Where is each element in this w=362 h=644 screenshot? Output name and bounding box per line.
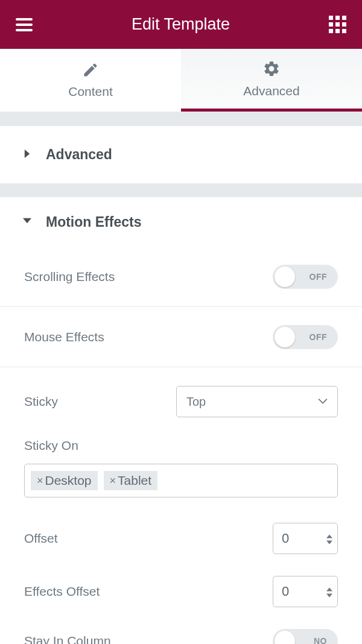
gear-icon	[262, 60, 281, 78]
mouse-effects-label: Mouse Effects	[24, 330, 104, 344]
scrolling-effects-label: Scrolling Effects	[24, 270, 115, 284]
section-advanced[interactable]: Advanced	[0, 126, 362, 183]
spacer	[0, 112, 362, 126]
spinner-down-icon[interactable]	[326, 539, 332, 545]
sticky-label: Sticky	[24, 394, 58, 409]
tab-content-label: Content	[68, 84, 113, 99]
apps-grid-icon[interactable]	[329, 16, 346, 33]
caret-right-icon	[23, 150, 31, 160]
section-advanced-title: Advanced	[46, 147, 112, 163]
caret-down-icon	[23, 216, 31, 227]
offset-input[interactable]: 0	[273, 523, 338, 554]
pencil-icon	[82, 62, 99, 78]
panel-tabs: Content Advanced	[0, 49, 362, 112]
offset-label: Offset	[24, 531, 58, 546]
number-spinner	[326, 533, 332, 545]
effects-offset-input[interactable]: 0	[273, 576, 338, 607]
sticky-row: Sticky Top	[0, 367, 362, 431]
mouse-effects-toggle[interactable]: OFF	[273, 325, 338, 349]
section-motion-effects[interactable]: Motion Effects	[0, 197, 362, 247]
header-title: Edit Template	[132, 15, 230, 34]
tag-desktop: × Desktop	[31, 471, 98, 490]
scrolling-effects-row: Scrolling Effects OFF	[0, 247, 362, 307]
sticky-on-block: Sticky On × Desktop × Tablet	[0, 431, 362, 512]
section-motion-effects-title: Motion Effects	[46, 214, 141, 230]
sticky-select[interactable]: Top	[176, 386, 338, 417]
toggle-knob	[275, 267, 295, 287]
sticky-on-label: Sticky On	[24, 438, 338, 453]
toggle-knob	[275, 327, 295, 347]
menu-icon[interactable]	[16, 18, 33, 31]
stay-in-column-label: Stay In Column	[24, 634, 111, 644]
stay-in-column-toggle[interactable]: NO	[273, 629, 338, 644]
spinner-up-icon[interactable]	[326, 586, 332, 592]
mouse-effects-row: Mouse Effects OFF	[0, 307, 362, 367]
spacer	[0, 183, 362, 197]
editor-header: Edit Template	[0, 0, 362, 49]
number-spinner	[326, 586, 332, 598]
remove-tag-icon[interactable]: ×	[110, 475, 116, 487]
spinner-down-icon[interactable]	[326, 592, 332, 598]
effects-offset-value: 0	[282, 584, 289, 599]
sticky-select-value: Top	[186, 395, 206, 409]
stay-in-column-row: Stay In Column NO	[0, 618, 362, 644]
tag-label: Desktop	[45, 473, 92, 488]
toggle-knob	[275, 631, 295, 644]
tab-advanced[interactable]: Advanced	[181, 49, 362, 112]
toggle-state: OFF	[310, 272, 328, 282]
effects-offset-label: Effects Offset	[24, 584, 100, 599]
effects-offset-row: Effects Offset 0	[0, 565, 362, 618]
tag-tablet: × Tablet	[104, 471, 158, 490]
offset-row: Offset 0	[0, 512, 362, 565]
scrolling-effects-toggle[interactable]: OFF	[273, 265, 338, 289]
chevron-down-icon	[318, 396, 328, 407]
tab-advanced-label: Advanced	[243, 84, 299, 98]
toggle-state: OFF	[310, 332, 328, 342]
toggle-state: NO	[314, 636, 327, 644]
tag-label: Tablet	[118, 473, 151, 488]
spinner-up-icon[interactable]	[326, 533, 332, 538]
tab-content[interactable]: Content	[0, 49, 181, 112]
offset-value: 0	[282, 531, 289, 546]
remove-tag-icon[interactable]: ×	[37, 475, 43, 487]
sticky-on-input[interactable]: × Desktop × Tablet	[24, 464, 338, 497]
